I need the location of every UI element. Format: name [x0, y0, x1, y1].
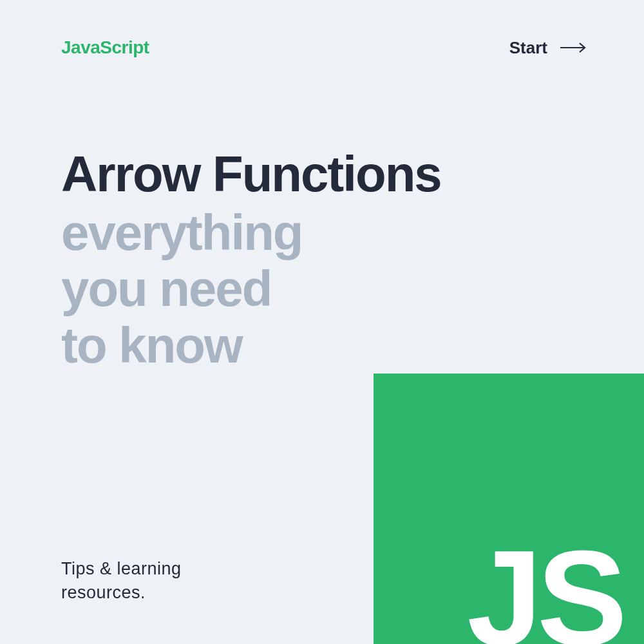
start-button[interactable]: Start [509, 38, 587, 58]
footer-line: resources. [61, 581, 182, 604]
header: JavaScript Start [0, 0, 644, 58]
title-secondary-line: to know [61, 317, 644, 374]
title-secondary: everything you need to know [61, 205, 644, 374]
start-label: Start [509, 38, 547, 58]
title-secondary-line: everything [61, 205, 644, 261]
footer-line: Tips & learning [61, 557, 182, 580]
title-primary: Arrow Functions [61, 148, 644, 201]
main-content: Arrow Functions everything you need to k… [0, 58, 644, 374]
js-badge-text: JS [467, 541, 622, 645]
title-secondary-line: you need [61, 261, 644, 317]
js-badge: JS [374, 374, 644, 644]
footer-tagline: Tips & learning resources. [61, 557, 182, 604]
arrow-right-icon [560, 42, 587, 53]
brand-label: JavaScript [61, 37, 149, 58]
